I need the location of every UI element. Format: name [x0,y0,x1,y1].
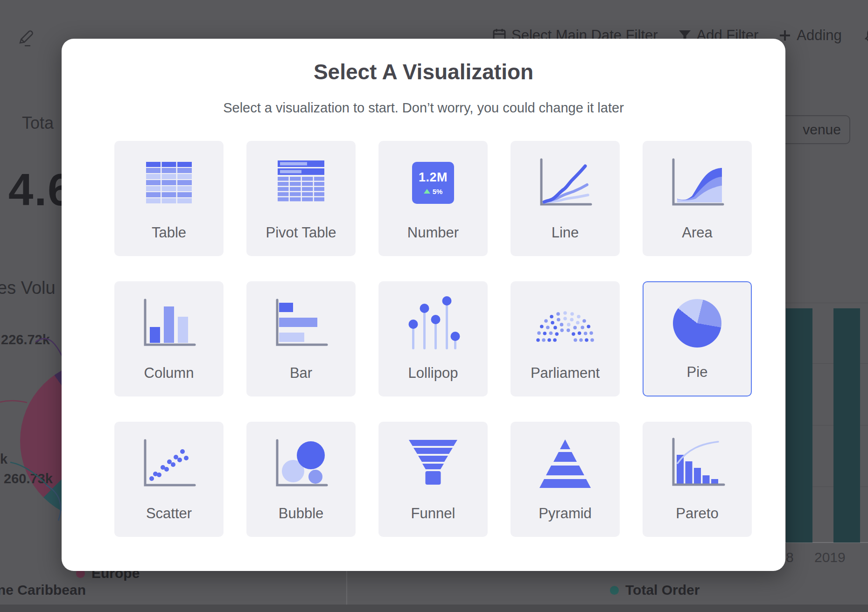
viz-option-line[interactable]: Line [511,141,620,256]
revenue-button-label: venue [803,122,841,138]
viz-option-label: Bubble [246,505,356,522]
viz-option-pie[interactable]: Pie [643,281,752,396]
bottom-strip [0,605,868,612]
viz-option-bubble[interactable]: Bubble [246,422,356,537]
rocket-icon [862,27,868,44]
viz-option-label: Pareto [643,505,752,522]
pareto-chart-icon [643,422,752,505]
viz-option-label: Pie [644,364,751,381]
viz-option-column[interactable]: Column [114,281,224,396]
lollipop-chart-icon [378,281,488,365]
visualization-grid: Table [114,141,752,537]
screen: Select Main Date Filter Add Filter Addin… [0,0,868,612]
metric-title: Tota [22,113,54,133]
viz-option-label: Pivot Table [246,224,356,241]
table-icon [114,141,224,224]
number-icon: 1.2M 5% [378,141,488,224]
funnel-chart-icon [378,422,488,505]
scatter-chart-icon [114,422,224,505]
viz-option-pareto[interactable]: Pareto [643,422,752,537]
column-chart-icon [114,281,224,365]
viz-option-number[interactable]: 1.2M 5% Number [378,141,488,256]
viz-option-lollipop[interactable]: Lollipop [378,281,488,396]
viz-option-table[interactable]: Table [114,141,224,256]
viz-option-pivot-table[interactable]: Pivot Table [246,141,356,256]
line-chart-icon [511,141,620,224]
number-icon-delta: 5% [433,188,443,195]
pyramid-chart-icon [511,422,620,505]
legend-item-total-order[interactable]: Total Order [610,582,700,598]
viz-option-bar[interactable]: Bar [246,281,356,396]
number-icon-value: 1.2M [419,170,448,185]
viz-option-label: Funnel [378,505,488,522]
pie-chart-icon [644,282,751,364]
area-chart-icon [643,141,752,224]
legend-dot-total-order [610,586,619,595]
viz-option-label: Number [378,224,488,241]
pivot-table-icon [246,141,356,224]
edit-pencil-icon[interactable] [18,29,35,49]
viz-option-label: Area [643,224,752,241]
viz-option-label: Parliament [511,365,620,382]
viz-option-label: Pyramid [511,505,620,522]
viz-option-label: Column [114,365,224,382]
viz-option-area[interactable]: Area [643,141,752,256]
viz-option-label: Line [511,224,620,241]
viz-option-label: Bar [246,365,356,382]
legend-label-total-order: Total Order [625,582,700,598]
viz-option-label: Table [114,224,224,241]
modal-title: Select A Visualization [62,59,785,84]
parliament-chart-icon [511,281,620,365]
pie-chart-title: es Volu [0,278,56,298]
x-tick-2018: 8 [786,549,794,565]
legend-item-caribbean[interactable]: ne Caribbean [0,582,86,598]
pie-label-left: k [0,452,7,467]
pie-leader-line-maroon [0,396,28,407]
legend-label-caribbean: ne Caribbean [0,582,86,598]
adding-label: Adding [797,27,842,44]
plus-icon [779,29,791,42]
bar-2019 [833,308,860,542]
viz-option-funnel[interactable]: Funnel [378,422,488,537]
delta-up-icon [424,189,430,194]
x-tick-2019: 2019 [814,549,846,565]
bar-2018 [786,308,812,542]
viz-option-pyramid[interactable]: Pyramid [511,422,620,537]
modal-subtitle: Select a visualization to start. Don’t w… [62,100,785,116]
bubble-chart-icon [246,422,356,505]
viz-option-label: Scatter [114,505,224,522]
viz-option-scatter[interactable]: Scatter [114,422,224,537]
viz-option-label: Lollipop [378,365,488,382]
viz-option-parliament[interactable]: Parliament [511,281,620,396]
bar-chart-icon [246,281,356,365]
adding-button[interactable]: Adding [779,27,842,44]
boost-button[interactable]: B [862,27,868,44]
select-visualization-modal: Select A Visualization Select a visualiz… [62,39,785,571]
